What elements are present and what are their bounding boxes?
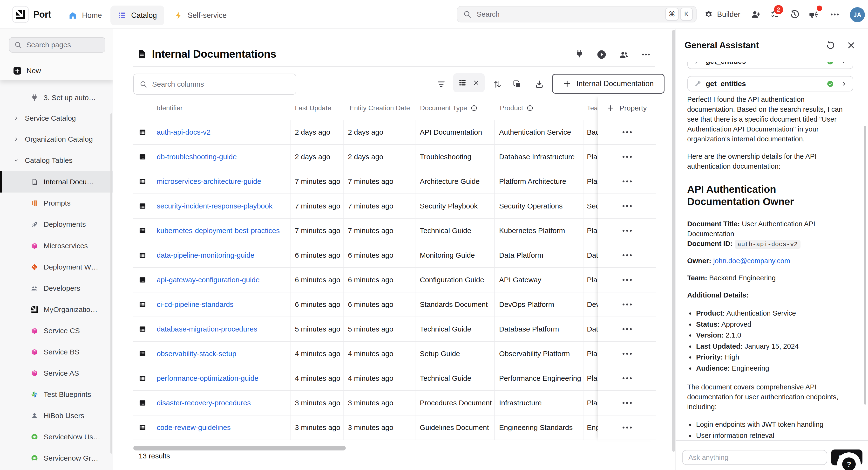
- port-logo[interactable]: [12, 6, 29, 23]
- more-menu-button[interactable]: [830, 0, 840, 29]
- row-actions-button[interactable]: [598, 169, 656, 194]
- invite-user-button[interactable]: [751, 0, 761, 29]
- sidebar-item-service-cs[interactable]: Service CS: [0, 320, 113, 342]
- plus-icon: [13, 67, 21, 75]
- col-doc-type[interactable]: Document Type: [420, 96, 477, 120]
- row-identifier-link[interactable]: data-pipeline-monitoring-guide: [152, 243, 290, 267]
- group-by-control[interactable]: [453, 74, 485, 92]
- sidebar-item-organization-catalog[interactable]: Organization Catalog: [0, 128, 113, 150]
- announcements-button[interactable]: [808, 0, 818, 29]
- sort-button[interactable]: [490, 77, 505, 92]
- sidebar-item-servicenow-groups[interactable]: Servicenow Gr…: [0, 447, 113, 469]
- row-actions-button[interactable]: [598, 120, 656, 145]
- port-icon: [31, 306, 38, 313]
- row-actions-button[interactable]: [598, 194, 656, 218]
- sidebar-scrollbar[interactable]: [111, 113, 112, 453]
- sidebar-item-catalog-tables[interactable]: Catalog Tables: [0, 150, 113, 171]
- row-actions-button[interactable]: [598, 317, 656, 342]
- row-identifier-link[interactable]: auth-api-docs-v2: [152, 120, 290, 144]
- page-plug-button[interactable]: [575, 50, 584, 58]
- row-form-icon: [133, 415, 152, 440]
- col-product[interactable]: Product: [500, 96, 533, 120]
- add-property-button[interactable]: Property: [607, 96, 647, 120]
- sidebar-item-service-bs[interactable]: Service BS: [0, 342, 113, 363]
- table-row: observability-stack-setup 4 minutes ago …: [133, 342, 598, 366]
- assistant-scrollbar[interactable]: [864, 126, 866, 405]
- person-icon: [31, 412, 38, 419]
- sidebar-item-microservices[interactable]: Microservices: [0, 235, 113, 257]
- global-search[interactable]: Search ⌘ K: [457, 6, 696, 23]
- row-identifier-link[interactable]: disaster-recovery-procedures: [152, 391, 290, 415]
- row-actions-button[interactable]: [598, 415, 656, 440]
- sidebar-item-deployments[interactable]: Deployments: [0, 214, 113, 235]
- row-team: Dev: [584, 292, 598, 317]
- sidebar-item-hibob-users[interactable]: HiBob Users: [0, 405, 113, 426]
- sidebar-item-service-catalog[interactable]: Service Catalog: [0, 108, 113, 129]
- row-identifier-link[interactable]: database-migration-procedures: [152, 317, 290, 341]
- row-identifier-link[interactable]: performance-optimization-guide: [152, 366, 290, 390]
- clear-icon: [473, 79, 479, 86]
- row-identifier-link[interactable]: observability-stack-setup: [152, 342, 290, 366]
- sidebar-item-developers[interactable]: Developers: [0, 278, 113, 299]
- page-more-button[interactable]: [641, 50, 651, 60]
- search-columns-input[interactable]: Search columns: [133, 74, 296, 95]
- row-actions-button[interactable]: [598, 218, 656, 243]
- avatar[interactable]: JA: [850, 7, 865, 22]
- row-product: API Gateway: [495, 268, 584, 292]
- sidebar-item-myorganization[interactable]: MyOrganizatio…: [0, 299, 113, 320]
- row-actions-button[interactable]: [598, 292, 656, 317]
- main-vertical-scrollbar[interactable]: [672, 30, 675, 452]
- sidebar-item-service-as[interactable]: Service AS: [0, 363, 113, 384]
- col-identifier[interactable]: Identifier: [157, 96, 183, 120]
- sidebar-item-prompts[interactable]: Prompts: [0, 193, 113, 214]
- page-play-button[interactable]: [596, 50, 607, 60]
- search-columns-placeholder: Search columns: [152, 80, 204, 88]
- sidebar-item-internal-docs[interactable]: Internal Docu…: [0, 171, 113, 193]
- ask-input[interactable]: Ask anything: [682, 450, 827, 465]
- row-identifier-link[interactable]: kubernetes-deployment-best-practices: [152, 218, 290, 243]
- history-button[interactable]: [790, 0, 800, 29]
- row-form-icon: [133, 120, 152, 144]
- row-actions-button[interactable]: [598, 268, 656, 292]
- row-identifier-link[interactable]: security-incident-response-playbook: [152, 194, 290, 218]
- tab-self-service[interactable]: Self-service: [167, 5, 234, 25]
- assistant-reset-button[interactable]: [824, 38, 837, 52]
- download-button[interactable]: [532, 77, 547, 92]
- tool-call-chip[interactable]: get_entities: [687, 62, 853, 69]
- add-entity-button[interactable]: Internal Documentation: [552, 74, 664, 94]
- row-actions-button[interactable]: [598, 391, 656, 415]
- assistant-close-button[interactable]: [844, 38, 858, 52]
- tab-home[interactable]: Home: [61, 5, 109, 25]
- sidebar-search-input[interactable]: Search pages: [9, 37, 105, 53]
- list-icon: [458, 79, 467, 87]
- sidebar-item-test-blueprints[interactable]: Test Blueprints: [0, 384, 113, 405]
- col-created[interactable]: Entity Creation Date: [350, 96, 410, 120]
- details-label: Additional Details:: [687, 290, 854, 300]
- filter-button[interactable]: [434, 77, 449, 92]
- col-last-update[interactable]: Last Update: [295, 96, 331, 120]
- row-identifier-link[interactable]: code-review-guidelines: [152, 415, 290, 440]
- row-actions-button[interactable]: [598, 145, 656, 169]
- row-team: Pla: [584, 391, 598, 415]
- new-page-button[interactable]: New: [13, 67, 41, 75]
- page-audience-button[interactable]: [619, 50, 629, 60]
- sidebar-item-setup-auto[interactable]: 3. Set up auto…: [0, 87, 113, 108]
- copy-button[interactable]: [510, 77, 525, 92]
- tab-catalog[interactable]: Catalog: [111, 5, 164, 25]
- row-identifier-link[interactable]: db-troubleshooting-guide: [152, 145, 290, 169]
- owner-email-link[interactable]: john.doe@company.com: [713, 257, 790, 265]
- row-actions-button[interactable]: [598, 366, 656, 391]
- row-identifier-link[interactable]: api-gateway-configuration-guide: [152, 268, 290, 292]
- sidebar-item-deployment-w[interactable]: Deployment W…: [0, 257, 113, 278]
- tasks-button[interactable]: [771, 0, 780, 29]
- tool-call-chip[interactable]: get_entities: [687, 76, 853, 91]
- sidebar-item-servicenow-users[interactable]: ServiceNow Us…: [0, 426, 113, 447]
- builder-button[interactable]: Builder: [704, 0, 740, 29]
- col-team[interactable]: Team: [587, 96, 598, 120]
- row-actions-button[interactable]: [598, 342, 656, 366]
- announcements-dot: [817, 5, 822, 11]
- row-identifier-link[interactable]: microservices-architecture-guide: [152, 169, 290, 194]
- doc-title-field: Document Title: User Authentication API …: [687, 219, 854, 249]
- row-identifier-link[interactable]: ci-cd-pipeline-standards: [152, 292, 290, 317]
- row-actions-button[interactable]: [598, 243, 656, 268]
